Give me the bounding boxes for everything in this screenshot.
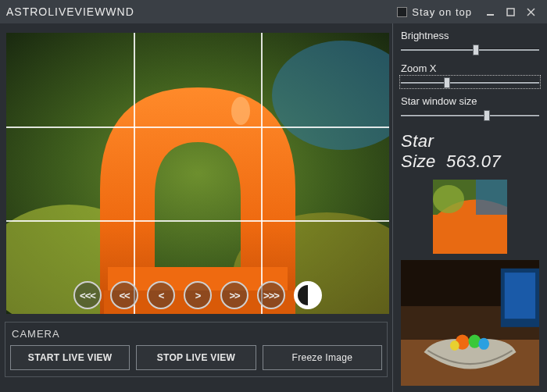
brightness-slider[interactable] xyxy=(401,44,539,55)
svg-point-21 xyxy=(478,338,489,350)
stay-on-top-label: Stay on top xyxy=(412,6,472,18)
grid-line-h1 xyxy=(6,127,389,128)
star-size-value: 563.07 xyxy=(446,151,501,171)
star-window-size-slider[interactable] xyxy=(401,109,539,120)
svg-point-9 xyxy=(231,97,250,125)
maximize-button[interactable] xyxy=(500,3,520,20)
svg-rect-1 xyxy=(507,9,514,16)
camera-panel-header: CAMERA xyxy=(10,326,382,345)
nav-last-button[interactable]: >>> xyxy=(257,281,285,309)
star-window-size-label: Star window size xyxy=(401,95,539,107)
titlebar: ASTROLIVEVIEWWND Stay on top xyxy=(0,0,547,23)
star-size-label: Star Size xyxy=(401,131,436,171)
stay-on-top-checkbox[interactable] xyxy=(397,7,407,17)
nav-first-button[interactable]: <<< xyxy=(73,281,102,309)
live-view-image xyxy=(6,33,389,314)
live-view-viewport[interactable]: <<< << < > >> >>> xyxy=(6,33,389,314)
camera-panel: CAMERA START LIVE VIEW STOP LIVE VIEW Fr… xyxy=(5,322,388,377)
nav-row: <<< << < > >> >>> xyxy=(6,281,389,309)
right-panel: Brightness Zoom X Star window size Star … xyxy=(392,23,547,392)
nav-next2-button[interactable]: >> xyxy=(220,281,248,309)
minimize-button[interactable] xyxy=(480,3,500,20)
svg-rect-18 xyxy=(505,273,535,319)
stay-on-top-wrap[interactable]: Stay on top xyxy=(397,6,472,18)
zoom-x-label: Zoom X xyxy=(401,62,539,74)
svg-point-22 xyxy=(450,340,459,351)
nav-prev2-button[interactable]: << xyxy=(110,281,138,309)
svg-rect-12 xyxy=(476,180,507,215)
full-scene-preview xyxy=(401,260,539,386)
window-title: ASTROLIVEVIEWWND xyxy=(6,5,397,18)
svg-point-13 xyxy=(433,185,464,213)
grid-line-v2 xyxy=(261,33,263,314)
zoom-preview-thumbnail xyxy=(433,180,507,254)
nav-prev-button[interactable]: < xyxy=(147,281,175,309)
brightness-label: Brightness xyxy=(401,30,539,41)
stop-live-view-button[interactable]: STOP LIVE VIEW xyxy=(136,345,256,370)
grid-line-h2 xyxy=(6,220,389,222)
left-panel: <<< << < > >> >>> CAMERA START LIVE VIEW… xyxy=(0,23,392,392)
contrast-toggle-button[interactable] xyxy=(294,281,322,309)
zoom-x-slider[interactable] xyxy=(401,77,539,87)
freeze-image-button[interactable]: Freeze Image xyxy=(263,345,382,370)
grid-line-v1 xyxy=(134,33,135,314)
nav-next-button[interactable]: > xyxy=(184,281,212,309)
close-button[interactable] xyxy=(520,3,541,20)
star-size-readout: Star Size 563.07 xyxy=(401,131,539,172)
start-live-view-button[interactable]: START LIVE VIEW xyxy=(10,345,130,370)
